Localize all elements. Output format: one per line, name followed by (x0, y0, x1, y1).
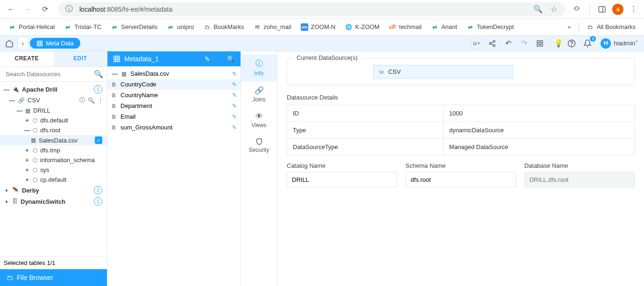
datasource-chip[interactable]: \≡ CSV (373, 65, 513, 79)
tree-dynamic-switch[interactable]: + 🗄 DynamicSwitch 1 (0, 196, 107, 207)
tab-create[interactable]: CREATE (0, 51, 54, 66)
collapse-icon[interactable]: — (8, 97, 16, 104)
edit-icon[interactable]: ✎ (232, 103, 237, 109)
database-group: Database Name (524, 162, 635, 187)
edit-title-icon[interactable]: ✎ (205, 55, 210, 63)
nav-views[interactable]: 👁 Views (241, 107, 277, 133)
file-browser-button[interactable]: 🗀 File Browser (0, 269, 107, 286)
bookmark-bookmarks[interactable]: 🗀BookMarks (200, 21, 248, 33)
schema-input[interactable] (405, 172, 516, 187)
profile-avatar[interactable]: a (612, 4, 623, 15)
svg-line-10 (491, 42, 494, 43)
bookmark-zoom-n[interactable]: zmZOOM-N (297, 21, 340, 33)
edit-icon[interactable]: ✎ (232, 114, 237, 120)
back-button[interactable]: ← (5, 3, 18, 16)
tree-dfs-tmp[interactable]: + ⬡ dfs.tmp (0, 145, 107, 155)
nav-joins[interactable]: 🔗 Joins (241, 81, 277, 107)
search-icon[interactable]: 🔍 (94, 70, 103, 79)
forward-button[interactable]: → (21, 3, 35, 16)
undo-icon[interactable]: ↶ (502, 38, 514, 49)
bookmark-techmail[interactable]: cPtechmail (385, 21, 425, 33)
bookmark-unipro[interactable]: ⇌unipro (163, 21, 198, 33)
redo-icon[interactable]: ↷ (518, 38, 530, 49)
tree-derby[interactable]: + 🪶 Derby 2 (0, 185, 107, 196)
collapse-icon[interactable]: — (3, 86, 10, 93)
bookmark-tokendecrypt[interactable]: ⇌TokenDecrypt (463, 21, 517, 33)
edit-icon[interactable]: ✎ (232, 124, 237, 131)
search-icon[interactable]: 🔍 (88, 97, 95, 104)
bookmark-k-zoom[interactable]: 🌐K-ZOOM (341, 21, 383, 33)
info-icon[interactable]: ⓘ (79, 96, 85, 104)
grid-icon[interactable] (534, 38, 545, 49)
lightbulb-icon[interactable]: 💡 (550, 38, 561, 49)
expand-icon[interactable]: + (23, 166, 31, 173)
tree-salesdata-csv[interactable]: ▦ SalesData.csv ✓ (0, 135, 107, 145)
table-icon: ▦ (121, 71, 127, 77)
field-email[interactable]: 🗎 Email ✎ (107, 111, 241, 122)
field-table-salesdata[interactable]: — ▦ SalesData.csv ✎ (107, 68, 241, 79)
bookmark-serverdetails[interactable]: ⇌ServerDetails (107, 21, 161, 33)
tree-dfs-root[interactable]: — ⬡ dfs.root (0, 125, 107, 135)
collapse-icon[interactable]: — (111, 70, 119, 77)
bookmarks-overflow-icon[interactable]: » (564, 21, 575, 33)
tab-edit[interactable]: EDIT (54, 51, 107, 66)
tree-information-schema[interactable]: + ⬡ information_schema (0, 155, 107, 165)
schema-label: Schema Name (405, 162, 516, 169)
tree-drill[interactable]: — ▦ DRILL (0, 106, 107, 115)
collapse-icon[interactable]: — (16, 107, 23, 114)
collapse-icon[interactable]: — (23, 127, 31, 134)
extensions-icon[interactable] (572, 4, 583, 15)
site-info-icon[interactable]: ⓘ (64, 4, 75, 15)
home-icon[interactable] (3, 37, 16, 50)
panel-icon[interactable] (596, 4, 608, 15)
edit-icon[interactable]: ✎ (232, 92, 237, 99)
notification-icon[interactable]: 5 (582, 38, 593, 49)
expand-icon[interactable]: + (3, 187, 10, 194)
share-icon[interactable] (487, 38, 498, 49)
catalog-input[interactable] (287, 172, 397, 187)
kebab-icon[interactable]: ⋮ (628, 4, 639, 15)
breadcrumb-chevron[interactable]: › (18, 37, 28, 50)
reload-button[interactable]: ⟳ (38, 3, 51, 16)
edit-icon[interactable]: ✎ (232, 71, 237, 77)
tree-sys[interactable]: + ⬡ sys (0, 165, 107, 175)
field-department[interactable]: 🗎 Department ✎ (107, 100, 241, 111)
bookmark-anant[interactable]: ⇌Anant (427, 21, 461, 33)
tree-cp-default[interactable]: + ⬡ cp.default (0, 175, 107, 185)
field-countrycode[interactable]: 🗎 CountryCode ✎ (107, 79, 241, 90)
star-icon[interactable]: ☆ (548, 4, 559, 15)
checked-icon[interactable]: ✓ (95, 136, 102, 144)
detail-row-dstype: DataSourceType Managed DataSource (287, 139, 635, 156)
bookmark-zoho-mail[interactable]: ✉zoho_mail (250, 21, 295, 33)
zoom-icon[interactable]: 🔍 (532, 4, 544, 15)
tree-dfs-default[interactable]: + ⬡ dfs.default (0, 115, 107, 125)
help-icon[interactable] (566, 38, 577, 49)
expand-icon[interactable]: + (3, 198, 10, 205)
detail-row-id: ID 1000 (287, 105, 635, 122)
field-grossamount[interactable]: 🗎 sum_GrossAmount ✎ (107, 122, 241, 133)
expand-icon[interactable]: + (23, 117, 31, 124)
all-bookmarks[interactable]: 🗀All Bookmarks (583, 21, 639, 33)
metadata-tab-pill[interactable]: Meta Data (30, 38, 80, 49)
tree-apache-drill[interactable]: — 🔌 Apache Drill 1 (0, 84, 107, 95)
expand-icon[interactable]: + (23, 147, 31, 154)
field-countryname[interactable]: 🗎 CountryName ✎ (107, 90, 241, 100)
search-fields-icon[interactable]: 🔍 (227, 55, 235, 63)
db-icon: 🗄 (12, 198, 18, 205)
save-dropdown-icon[interactable]: ▾ (471, 38, 482, 49)
more-icon[interactable]: ⋮ (98, 97, 103, 104)
expand-icon[interactable]: + (23, 157, 31, 164)
bookmarks-bar: ⇌Portal-Helical ⇌Tristar-TC ⇌ServerDetai… (0, 19, 644, 36)
bookmark-portal-helical[interactable]: ⇌Portal-Helical (5, 21, 58, 33)
expand-icon[interactable]: + (23, 176, 31, 183)
search-datasources-input[interactable] (4, 69, 94, 79)
nav-security[interactable]: Security (241, 133, 277, 158)
user-menu[interactable]: HI hiadmin˅ (601, 38, 638, 49)
nav-info[interactable]: ⓘ Info (241, 54, 277, 81)
tree-csv[interactable]: — 🔗 CSV ⓘ 🔍 ⋮ (0, 95, 107, 106)
url-bar[interactable]: ⓘ localhost:8085/hi-ee/#/metadata 🔍 ☆ (58, 2, 565, 16)
column-icon: 🗎 (111, 124, 117, 131)
edit-icon[interactable]: ✎ (232, 81, 237, 88)
details-table: ID 1000 Type dynamicDataSource DataSourc… (287, 105, 635, 156)
bookmark-tristar-tc[interactable]: ⇌Tristar-TC (60, 21, 105, 33)
